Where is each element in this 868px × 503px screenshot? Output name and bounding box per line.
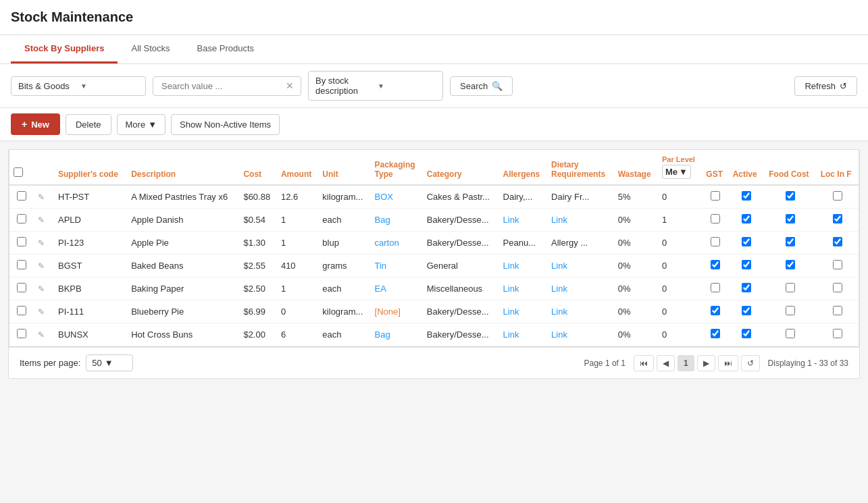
- active-checkbox[interactable]: [742, 260, 751, 269]
- wastage-cell: 0%: [614, 232, 658, 255]
- header-dietary-requirements: DietaryRequirements: [547, 150, 614, 185]
- food-cost-checkbox[interactable]: [786, 191, 795, 201]
- reset-pagination-button[interactable]: ↺: [741, 355, 760, 371]
- packaging-type[interactable]: Tin: [375, 261, 387, 271]
- gst-checkbox[interactable]: [711, 329, 720, 338]
- dietary-requirements[interactable]: Link: [551, 284, 567, 294]
- active-checkbox[interactable]: [742, 329, 751, 338]
- edit-icon[interactable]: ✎: [38, 261, 45, 271]
- page-1-button[interactable]: 1: [678, 355, 694, 371]
- row-select-checkbox[interactable]: [17, 306, 26, 315]
- allergens[interactable]: Link: [503, 284, 519, 294]
- packaging-type-cell: [None]: [371, 300, 423, 323]
- edit-icon[interactable]: ✎: [38, 284, 45, 294]
- packaging-type[interactable]: carton: [375, 238, 399, 248]
- show-non-active-label: Show Non-Active Items: [180, 120, 271, 130]
- allergens[interactable]: Link: [503, 261, 519, 271]
- prev-page-button[interactable]: ◀: [657, 355, 675, 371]
- allergens[interactable]: Link: [503, 215, 519, 225]
- edit-icon[interactable]: ✎: [38, 330, 45, 340]
- active-checkbox[interactable]: [742, 237, 751, 246]
- row-select-checkbox-cell: [9, 232, 34, 255]
- supplier-dropdown[interactable]: Bits & Goods ▼: [11, 76, 146, 96]
- row-select-checkbox[interactable]: [17, 191, 26, 201]
- dietary-requirements[interactable]: Link: [551, 261, 567, 271]
- refresh-button[interactable]: Refresh ↺: [794, 76, 857, 96]
- category-cell: Bakery/Desse...: [423, 209, 499, 232]
- packaging-type[interactable]: Bag: [375, 329, 390, 340]
- tab-all-stocks[interactable]: All Stocks: [118, 35, 183, 63]
- dietary-requirements[interactable]: Link: [551, 329, 567, 340]
- food-cost-checkbox[interactable]: [786, 214, 795, 223]
- packaging-type-cell: Tin: [371, 255, 423, 277]
- cost: $6.99: [243, 307, 265, 317]
- food-cost-checkbox[interactable]: [786, 306, 795, 315]
- gst-checkbox[interactable]: [711, 306, 720, 315]
- new-button[interactable]: + New: [11, 113, 60, 135]
- description: Baking Paper: [131, 284, 184, 294]
- row-select-checkbox[interactable]: [17, 329, 26, 338]
- packaging-type[interactable]: BOX: [375, 192, 393, 202]
- active-checkbox-cell: [729, 232, 765, 255]
- loc-checkbox[interactable]: [833, 214, 842, 223]
- edit-icon[interactable]: ✎: [38, 238, 45, 248]
- category-cell: Cakes & Pastr...: [423, 185, 499, 209]
- table-row: ✎BUNSXHot Cross Buns$2.006eachBagBakery/…: [9, 323, 859, 346]
- packaging-type[interactable]: Bag: [375, 215, 390, 225]
- active-checkbox[interactable]: [742, 283, 751, 292]
- allergens[interactable]: Link: [503, 307, 519, 317]
- clear-search-button[interactable]: ✕: [284, 80, 295, 91]
- row-select-checkbox[interactable]: [17, 283, 26, 292]
- category: Miscellaneous: [427, 284, 482, 294]
- food-cost-checkbox[interactable]: [786, 329, 795, 338]
- row-select-checkbox[interactable]: [17, 260, 26, 269]
- food-cost-checkbox[interactable]: [786, 283, 795, 292]
- par-level: 0: [662, 238, 667, 248]
- tab-base-products[interactable]: Base Products: [184, 35, 268, 63]
- show-non-active-button[interactable]: Show Non-Active Items: [171, 114, 280, 135]
- supplier-code: APLD: [58, 215, 81, 225]
- gst-checkbox[interactable]: [711, 237, 720, 246]
- items-per-page-dropdown[interactable]: 50 ▼: [86, 354, 133, 371]
- category: Bakery/Desse...: [427, 215, 489, 225]
- food-cost-checkbox[interactable]: [786, 237, 795, 246]
- loc-checkbox[interactable]: [833, 329, 842, 338]
- loc-checkbox[interactable]: [833, 191, 842, 201]
- active-checkbox[interactable]: [742, 306, 751, 315]
- first-page-button[interactable]: ⏮: [634, 355, 654, 371]
- cost: $2.55: [243, 261, 265, 271]
- gst-checkbox[interactable]: [711, 191, 720, 201]
- active-checkbox[interactable]: [742, 214, 751, 223]
- loc-checkbox[interactable]: [833, 260, 842, 269]
- wastage-cell: 0%: [614, 209, 658, 232]
- select-all-checkbox[interactable]: [14, 167, 23, 177]
- filter-dropdown[interactable]: By stock description ▼: [308, 71, 443, 101]
- loc-checkbox[interactable]: [833, 306, 842, 315]
- dietary-requirements[interactable]: Link: [551, 307, 567, 317]
- tab-stock-by-suppliers[interactable]: Stock By Suppliers: [11, 35, 118, 63]
- search-button[interactable]: Search 🔍: [450, 76, 513, 96]
- active-checkbox[interactable]: [742, 191, 751, 201]
- delete-button[interactable]: Delete: [66, 114, 111, 135]
- packaging-type[interactable]: EA: [375, 284, 386, 294]
- edit-icon[interactable]: ✎: [38, 215, 45, 225]
- edit-icon[interactable]: ✎: [38, 307, 45, 317]
- par-level-dropdown[interactable]: Me ▼: [662, 165, 691, 179]
- row-select-checkbox[interactable]: [17, 237, 26, 246]
- loc-checkbox[interactable]: [833, 237, 842, 246]
- row-select-checkbox[interactable]: [17, 214, 26, 223]
- search-input[interactable]: [159, 77, 284, 95]
- allergens[interactable]: Link: [503, 329, 519, 340]
- dietary-requirements[interactable]: Link: [551, 215, 567, 225]
- edit-icon[interactable]: ✎: [38, 192, 45, 202]
- header-select-all[interactable]: [9, 150, 34, 185]
- more-button[interactable]: More ▼: [117, 114, 166, 135]
- last-page-button[interactable]: ⏭: [718, 355, 738, 371]
- gst-checkbox[interactable]: [711, 214, 720, 223]
- loc-checkbox[interactable]: [833, 283, 842, 292]
- next-page-button[interactable]: ▶: [697, 355, 715, 371]
- food-cost-checkbox[interactable]: [786, 260, 795, 269]
- gst-checkbox[interactable]: [711, 283, 720, 292]
- gst-checkbox[interactable]: [711, 260, 720, 269]
- dietary-requirements-cell: Link: [547, 209, 614, 232]
